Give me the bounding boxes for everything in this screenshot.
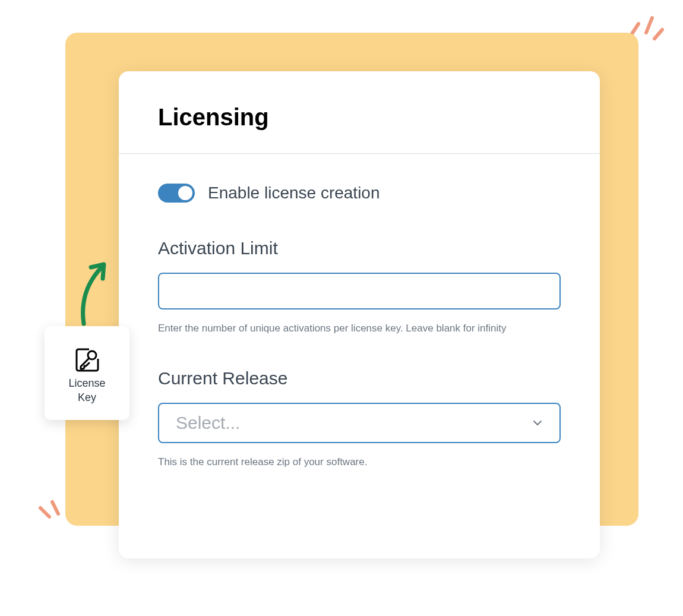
key-icon [72,345,102,375]
badge-label: License Key [68,376,105,405]
activation-limit-input[interactable] [158,273,561,309]
enable-license-toggle[interactable] [158,184,195,203]
toggle-label: Enable license creation [208,184,380,203]
enable-license-toggle-row: Enable license creation [158,184,561,203]
card-title: Licensing [158,104,561,131]
current-release-select[interactable]: Select... [158,403,561,443]
badge-label-line2: Key [68,390,105,405]
current-release-label: Current Release [158,368,561,388]
accent-lines-icon [34,496,70,532]
license-key-badge: License Key [45,326,129,420]
select-placeholder: Select... [176,413,240,433]
current-release-helper: This is the current release zip of your … [158,455,561,469]
badge-label-line1: License [68,376,105,390]
activation-limit-label: Activation Limit [158,238,561,258]
card-body: Enable license creation Activation Limit… [119,154,600,526]
card-header: Licensing [119,71,600,154]
svg-rect-1 [89,348,100,359]
licensing-card: Licensing Enable license creation Activa… [119,71,600,558]
toggle-knob [178,186,192,200]
activation-limit-helper: Enter the number of unique activations p… [158,321,561,336]
chevron-down-icon [532,418,543,428]
